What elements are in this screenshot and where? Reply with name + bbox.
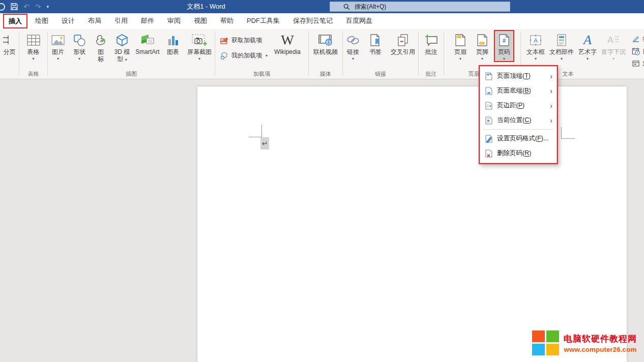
menu-item-format-page-numbers[interactable]: 设置页码格式(F)... — [480, 131, 557, 146]
quick-access-toolbar: ↶ ↷ ▾ — [0, 0, 49, 13]
watermark-site-url: www.computer26.com — [564, 346, 637, 353]
wordart-button[interactable]: A 艺术字 ▾ — [577, 30, 598, 61]
autosave-icon — [0, 3, 5, 11]
screenshot-button[interactable]: 屏幕截图 ▾ — [184, 30, 215, 61]
wordart-icon: A — [580, 32, 595, 48]
get-add-ins-button[interactable]: 获取加载项 — [220, 34, 268, 46]
submenu-arrow-icon: › — [550, 117, 552, 124]
drop-cap-button: A 首字下沉 ▾ — [599, 30, 628, 61]
menu-item-bottom-of-page[interactable]: 页面底端(B) › — [480, 83, 557, 98]
chevron-down-icon: ▾ — [587, 56, 589, 61]
tab-layout[interactable]: 布局 — [81, 13, 108, 29]
group-comments: 批注 批注 — [419, 29, 444, 79]
icons-button[interactable]: 图 标 — [91, 30, 111, 63]
cross-reference-button[interactable]: 交叉引用 — [388, 30, 418, 55]
shapes-button[interactable]: 形状 ▾ — [69, 30, 90, 61]
link-chain-icon — [346, 32, 360, 48]
tab-view[interactable]: 视图 — [187, 13, 214, 29]
chart-button[interactable]: 图表 — [163, 30, 183, 55]
group-media: 联机视频 媒体 — [309, 29, 342, 79]
svg-text:A: A — [534, 37, 538, 44]
cube-3d-icon — [115, 32, 129, 48]
comment-button[interactable]: 批注 — [421, 30, 442, 55]
screenshot-camera-icon — [191, 32, 208, 48]
bar-chart-icon — [166, 32, 180, 48]
tab-references[interactable]: 引用 — [108, 13, 134, 29]
group-links: 链接 ▾ 书签 交叉引用 链接 — [343, 29, 418, 79]
drop-cap-icon: A — [607, 32, 620, 48]
footer-button[interactable]: 页脚 ▾ — [472, 30, 492, 61]
tab-pdf-tools[interactable]: PDF工具集 — [240, 13, 286, 29]
quick-parts-button[interactable]: 文档部件 ▾ — [547, 30, 576, 61]
wikipedia-button[interactable]: W Wikipedia — [271, 30, 304, 55]
tab-baidu-netdisk[interactable]: 百度网盘 — [339, 13, 379, 29]
chevron-down-icon: ▾ — [57, 56, 59, 61]
tab-insert[interactable]: 插入 — [3, 14, 27, 28]
smartart-icon — [140, 32, 155, 48]
picture-button[interactable]: 图片 ▾ — [48, 30, 68, 61]
group-pages-partial: 分页 — [0, 29, 19, 79]
footer-icon — [477, 32, 488, 48]
window-logo-icon — [532, 330, 559, 355]
submenu-arrow-icon: › — [550, 102, 552, 109]
table-icon — [27, 32, 40, 48]
menu-item-top-of-page[interactable]: 页面顶端(T) › — [480, 69, 557, 83]
page-number-menu-annotation: 页面顶端(T) › 页面底端(B) › 页边距(P) › — [479, 65, 558, 164]
site-watermark: 电脑软硬件教程网 www.computer26.com — [532, 330, 637, 355]
group-label-illustrations: 插图 — [48, 70, 215, 79]
menu-item-current-position[interactable]: 当前位置(C) › — [480, 113, 557, 128]
tab-review[interactable]: 审阅 — [161, 13, 187, 29]
menu-item-remove-page-numbers[interactable]: 删除页码(R) — [480, 146, 557, 161]
watermark-site-name: 电脑软硬件教程网 — [564, 333, 637, 345]
group-label-table: 表格 — [19, 70, 47, 79]
chevron-down-icon: ▾ — [266, 53, 268, 58]
save-icon[interactable] — [11, 3, 18, 10]
chevron-down-icon: ▾ — [198, 56, 200, 61]
smartart-button[interactable]: SmartArt — [133, 30, 162, 55]
group-label-links: 链接 — [343, 70, 418, 79]
tab-save-to-cloud-notes[interactable]: 保存到云笔记 — [286, 13, 339, 29]
comment-bubble-icon — [424, 32, 438, 48]
paragraph-mark-cursor[interactable]: ↵ — [260, 137, 269, 149]
object-button[interactable]: 对象 ▾ — [632, 57, 644, 70]
text-box-button[interactable]: A 文本框 ▾ — [525, 30, 546, 61]
signature-line-button[interactable]: 签名行 ▾ — [632, 33, 644, 45]
page-bottom-icon — [485, 87, 492, 95]
chevron-down-icon: ▾ — [535, 56, 537, 61]
signature-line-icon — [632, 35, 640, 43]
chevron-down-icon: ▾ — [352, 56, 354, 61]
object-icon — [632, 59, 640, 68]
online-video-icon — [318, 32, 333, 48]
tab-help[interactable]: 帮助 — [214, 13, 240, 29]
bookmark-icon — [369, 32, 382, 48]
chevron-down-icon: ▾ — [32, 56, 34, 61]
bookmark-button[interactable]: 书签 — [365, 30, 386, 55]
tab-design[interactable]: 设计 — [55, 13, 81, 29]
undo-icon: ↶ — [23, 0, 30, 13]
chevron-down-icon: ▾ — [459, 56, 461, 61]
current-position-icon — [485, 116, 492, 125]
tab-draw[interactable]: 绘图 — [28, 13, 55, 29]
header-button[interactable]: 页眉 ▾ — [450, 30, 471, 61]
group-table: 表格 ▾ 表格 — [19, 29, 47, 79]
table-button[interactable]: 表格 ▾ — [23, 30, 44, 61]
menu-item-page-margins[interactable]: 页边距(P) › — [480, 98, 557, 113]
group-label-addins: 加载项 — [215, 70, 308, 79]
3d-models-button[interactable]: 3D 模 型 ▾ — [112, 30, 132, 63]
svg-text:#: # — [503, 38, 506, 44]
group-addins: 获取加载项 我的加载项 ▾ W Wikipedia 加载项 — [215, 29, 308, 79]
page-number-button[interactable]: # 页码 ▾ — [494, 30, 514, 62]
customize-qat-icon[interactable]: ▾ — [46, 4, 49, 9]
tab-mailings[interactable]: 邮件 — [134, 13, 161, 29]
my-add-ins-button[interactable]: 我的加载项 ▾ — [220, 49, 268, 62]
quick-parts-icon — [556, 32, 567, 48]
search-icon — [343, 4, 350, 10]
date-time-button[interactable]: 日期和时间 — [632, 45, 644, 57]
link-button[interactable]: 链接 ▾ — [343, 30, 363, 61]
chevron-down-icon: ▾ — [612, 56, 614, 61]
online-video-button[interactable]: 联机视频 — [311, 30, 340, 55]
submenu-arrow-icon: › — [550, 73, 552, 80]
page-break-button[interactable]: 分页 — [1, 30, 18, 55]
search-input[interactable]: 搜索(Alt+Q) — [330, 2, 510, 12]
chevron-down-icon: ▾ — [481, 56, 483, 61]
